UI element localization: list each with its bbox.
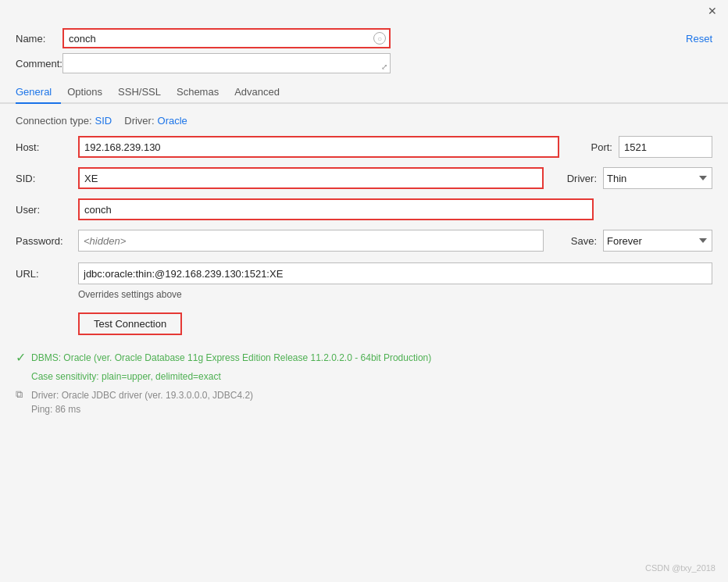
conn-type-label: Connection type: — [16, 115, 92, 127]
status-line3: Driver: Oracle JDBC driver (ver. 19.3.0.… — [31, 388, 253, 402]
watermark: CSDN @txy_2018 — [645, 563, 716, 573]
comment-row: Comment: ⤢ — [0, 53, 728, 81]
connection-info-row: Connection type: SID Driver: Oracle — [0, 115, 728, 136]
url-row: URL: — [0, 262, 728, 284]
user-row: User: — [0, 198, 728, 220]
save-select-wrapper: Forever For session Never — [603, 230, 712, 252]
tab-sshssl[interactable]: SSH/SSL — [118, 81, 170, 104]
test-connection-row: Test Connection — [0, 309, 728, 348]
port-input[interactable] — [619, 136, 712, 158]
status-line4: Ping: 86 ms — [31, 402, 253, 416]
password-label: Password: — [16, 235, 78, 247]
name-input[interactable] — [62, 28, 391, 48]
name-clear-icon[interactable]: ○ — [373, 32, 386, 45]
status-line2: Case sensitivity: plain=upper, delimited… — [31, 370, 221, 384]
status-section: ✓ DBMS: Oracle (ver. Oracle Database 11g… — [0, 348, 728, 416]
comment-input[interactable] — [62, 53, 391, 73]
name-label: Name: — [16, 33, 62, 45]
overrides-hint: Overrides settings above — [0, 287, 728, 309]
host-row: Host: Port: — [0, 136, 728, 158]
close-button[interactable]: ✕ — [705, 5, 720, 17]
connection-dialog: ✕ Name: ○ Reset Comment: ⤢ General Optio… — [0, 0, 728, 582]
comment-label: Comment: — [16, 58, 62, 70]
test-connection-button[interactable]: Test Connection — [78, 312, 182, 335]
conn-type-value: SID — [95, 115, 112, 127]
driver-value: Oracle — [158, 115, 187, 127]
tab-general[interactable]: General — [16, 81, 61, 104]
driver-select[interactable]: Thin OCI Custom — [603, 167, 712, 189]
url-label: URL: — [16, 268, 78, 280]
tab-advanced[interactable]: Advanced — [234, 81, 289, 104]
check-icon: ✓ — [16, 352, 31, 364]
name-input-wrapper: ○ — [62, 28, 391, 48]
sid-input[interactable] — [78, 167, 544, 189]
status-row-3: ⧉ Driver: Oracle JDBC driver (ver. 19.3.… — [16, 388, 712, 416]
user-label: User: — [16, 204, 78, 216]
title-bar: ✕ — [0, 0, 728, 20]
status-row-1: ✓ DBMS: Oracle (ver. Oracle Database 11g… — [16, 351, 712, 365]
sid-label: SID: — [16, 173, 78, 184]
save-right-group: Save: Forever For session Never — [558, 230, 712, 252]
port-label: Port: — [573, 141, 612, 153]
driver-right-group: Driver: Thin OCI Custom — [558, 167, 712, 189]
driver-label: Driver: — [124, 115, 154, 127]
save-select[interactable]: Forever For session Never — [603, 230, 712, 252]
tabs-bar: General Options SSH/SSL Schemas Advanced — [0, 81, 728, 104]
sid-row: SID: Driver: Thin OCI Custom — [0, 167, 728, 189]
tab-options[interactable]: Options — [67, 81, 112, 104]
status-lines-3-4: Driver: Oracle JDBC driver (ver. 19.3.0.… — [31, 388, 253, 416]
reset-button[interactable]: Reset — [686, 33, 712, 45]
status-line1: DBMS: Oracle (ver. Oracle Database 11g E… — [31, 351, 431, 365]
password-row: Password: Save: Forever For session Neve… — [0, 230, 728, 252]
save-label: Save: — [558, 235, 597, 247]
user-input[interactable] — [78, 198, 594, 220]
url-input[interactable] — [78, 262, 712, 284]
port-right-group: Port: — [573, 136, 712, 158]
status-row-2: Case sensitivity: plain=upper, delimited… — [16, 370, 712, 384]
driver-select-label: Driver: — [558, 173, 597, 184]
tab-schemas[interactable]: Schemas — [177, 81, 228, 104]
expand-icon[interactable]: ⤢ — [381, 62, 387, 71]
password-input[interactable] — [78, 230, 544, 252]
copy-icon: ⧉ — [16, 389, 31, 399]
host-input[interactable] — [78, 136, 559, 158]
name-row: Name: ○ Reset — [0, 20, 728, 53]
host-label: Host: — [16, 141, 78, 153]
comment-input-wrapper: ⤢ — [62, 53, 391, 73]
driver-select-wrapper: Thin OCI Custom — [603, 167, 712, 189]
